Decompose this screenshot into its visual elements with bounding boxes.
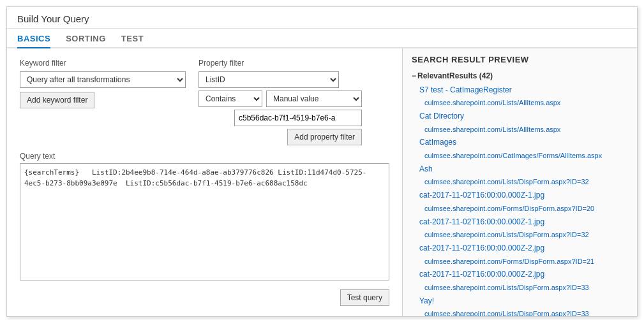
result-item-url[interactable]: culmsee.sharepoint.com/CatImages/Forms/A… bbox=[424, 150, 628, 163]
result-item-url[interactable]: culmsee.sharepoint.com/Lists/DispForm.as… bbox=[424, 282, 628, 295]
tab-bar: BASICS SORTING TEST bbox=[7, 29, 637, 48]
result-item-title[interactable]: CatImages bbox=[419, 136, 628, 150]
search-result-preview-title: SEARCH RESULT PREVIEW bbox=[412, 55, 628, 64]
result-items-container: S7 test - CatImageRegisterculmsee.sharep… bbox=[412, 84, 628, 316]
result-item-title[interactable]: cat-2017-11-02T16:00:00.000Z-1.jpg bbox=[419, 189, 628, 203]
tab-basics[interactable]: BASICS bbox=[17, 29, 50, 48]
add-property-row: Add property filter bbox=[198, 129, 362, 145]
result-item-url[interactable]: culmsee.sharepoint.com/Lists/DispForm.as… bbox=[424, 308, 628, 316]
main-window: Build Your Query BASICS SORTING TEST Key… bbox=[6, 6, 638, 317]
test-query-row: Test query bbox=[20, 289, 389, 306]
property-filter-area: ListID Contains Manual value bbox=[198, 71, 362, 145]
left-panel: Keyword filter Query after all transform… bbox=[7, 48, 403, 316]
result-item-url[interactable]: culmsee.sharepoint.com/Lists/AllItems.as… bbox=[424, 97, 628, 110]
tab-test[interactable]: TEST bbox=[121, 29, 144, 48]
value-type-select[interactable]: Manual value bbox=[266, 91, 362, 107]
property-value-row bbox=[198, 110, 362, 126]
result-item-url[interactable]: culmsee.sharepoint.com/Forms/DispForm.as… bbox=[424, 256, 628, 268]
collapse-icon: − bbox=[412, 71, 416, 80]
query-text-label: Query text bbox=[20, 152, 389, 161]
property-filter-group: Property filter ListID Contains Manual v… bbox=[198, 59, 362, 145]
result-item-title[interactable]: Cat Directory bbox=[419, 110, 628, 124]
result-item-title[interactable]: cat-2017-11-02T16:00:00.000Z-2.jpg bbox=[419, 268, 628, 282]
result-item-title[interactable]: Yay! bbox=[419, 295, 628, 309]
result-item-url[interactable]: culmsee.sharepoint.com/Lists/AllItems.as… bbox=[424, 124, 628, 136]
result-item-url[interactable]: culmsee.sharepoint.com/Lists/DispForm.as… bbox=[424, 229, 628, 242]
result-item-url[interactable]: culmsee.sharepoint.com/Lists/DispForm.as… bbox=[424, 176, 628, 189]
add-keyword-button[interactable]: Add keyword filter bbox=[20, 92, 94, 108]
operator-select[interactable]: Contains bbox=[198, 91, 262, 107]
query-text-section: Query text bbox=[20, 152, 389, 280]
manual-value-input[interactable] bbox=[234, 110, 362, 126]
result-tree: −RelevantResults (42) S7 test - CatImage… bbox=[412, 69, 628, 316]
result-item-title[interactable]: cat-2017-11-02T16:00:00.000Z-1.jpg bbox=[419, 215, 628, 229]
property-operator-row: Contains Manual value bbox=[198, 91, 362, 107]
page-title: Build Your Query bbox=[7, 7, 637, 29]
keyword-filter-select[interactable]: Query after all transformations bbox=[20, 71, 186, 88]
keyword-filter-label: Keyword filter bbox=[20, 59, 186, 68]
result-header[interactable]: −RelevantResults (42) bbox=[412, 69, 628, 84]
query-textarea[interactable] bbox=[20, 163, 389, 280]
keyword-filter-group: Keyword filter Query after all transform… bbox=[20, 59, 186, 108]
result-item-title[interactable]: Ash bbox=[419, 163, 628, 177]
right-panel: SEARCH RESULT PREVIEW −RelevantResults (… bbox=[403, 48, 637, 316]
add-property-button[interactable]: Add property filter bbox=[287, 129, 362, 145]
main-content: Keyword filter Query after all transform… bbox=[7, 48, 637, 316]
result-item-title[interactable]: cat-2017-11-02T16:00:00.000Z-2.jpg bbox=[419, 242, 628, 256]
result-item-url[interactable]: culmsee.sharepoint.com/Forms/DispForm.as… bbox=[424, 203, 628, 215]
tab-sorting[interactable]: SORTING bbox=[66, 29, 106, 48]
property-filter-label: Property filter bbox=[198, 59, 362, 68]
test-query-button[interactable]: Test query bbox=[340, 289, 389, 306]
property-name-select[interactable]: ListID bbox=[198, 71, 339, 88]
filter-row: Keyword filter Query after all transform… bbox=[20, 59, 389, 145]
result-item-title[interactable]: S7 test - CatImageRegister bbox=[419, 84, 628, 98]
